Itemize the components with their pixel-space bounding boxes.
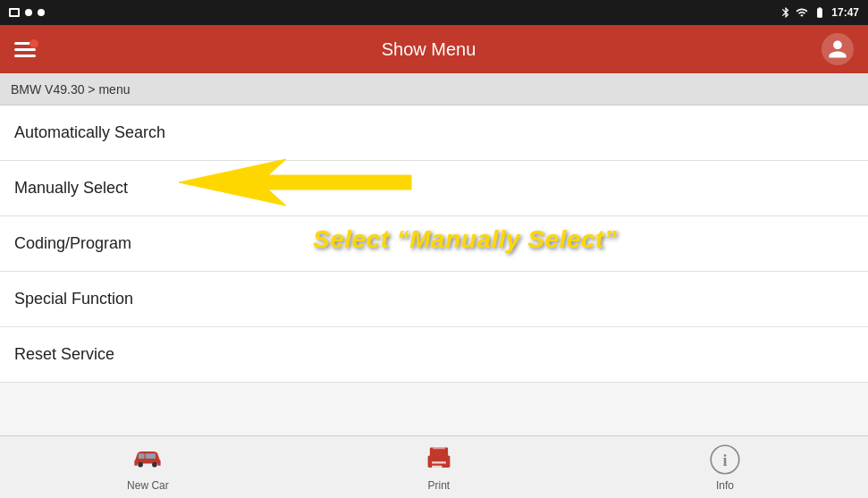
menu-dot xyxy=(29,39,38,48)
wifi-icon xyxy=(796,6,808,19)
bluetooth-icon xyxy=(780,6,792,19)
menu-item-label: Coding/Program xyxy=(14,234,131,253)
menu-list: Automatically Search Manually Select Cod… xyxy=(0,106,868,383)
info-icon: i xyxy=(709,443,741,476)
menu-button[interactable] xyxy=(14,42,36,57)
screen-icon xyxy=(9,8,20,17)
breadcrumb-text: BMW V49.30 > menu xyxy=(11,82,130,97)
info-label: Info xyxy=(716,479,734,492)
menu-line-3 xyxy=(14,55,36,57)
menu-item-special-function[interactable]: Special Function xyxy=(0,272,868,327)
print-label: Print xyxy=(427,479,450,492)
user-icon xyxy=(827,38,848,60)
menu-item-label: Special Function xyxy=(14,290,133,308)
signal-dot xyxy=(25,9,32,16)
menu-item-auto-search[interactable]: Automatically Search xyxy=(0,106,868,161)
svg-text:i: i xyxy=(722,451,727,468)
svg-rect-7 xyxy=(432,461,446,463)
svg-rect-9 xyxy=(433,447,445,449)
new-car-label: New Car xyxy=(127,479,169,492)
time-display: 17:47 xyxy=(831,6,859,19)
info-button[interactable]: i Info xyxy=(691,436,759,499)
header-title: Show Menu xyxy=(382,39,476,60)
svg-rect-8 xyxy=(432,465,442,467)
new-car-button[interactable]: New Car xyxy=(109,436,187,499)
menu-item-coding-program[interactable]: Coding/Program xyxy=(0,216,868,272)
print-button[interactable]: Print xyxy=(405,436,473,499)
status-bar-right: 17:47 xyxy=(780,6,859,19)
menu-item-reset-service[interactable]: Reset Service xyxy=(0,327,868,383)
menu-item-label: Automatically Search xyxy=(14,123,165,142)
signal-dot2 xyxy=(38,9,45,16)
user-icon-button[interactable] xyxy=(822,33,854,65)
menu-item-label: Manually Select xyxy=(14,179,128,198)
menu-item-label: Reset Service xyxy=(14,345,114,364)
print-icon xyxy=(423,443,455,476)
battery-icon xyxy=(812,6,828,19)
svg-rect-4 xyxy=(146,453,156,459)
header: Show Menu xyxy=(0,25,868,73)
breadcrumb: BMW V49.30 > menu xyxy=(0,73,868,106)
menu-line-2 xyxy=(14,48,36,51)
menu-item-manually-select[interactable]: Manually Select xyxy=(0,161,868,216)
svg-point-2 xyxy=(152,461,157,467)
svg-point-1 xyxy=(139,461,144,467)
car-icon xyxy=(131,443,164,476)
status-bar: 17:47 xyxy=(0,0,868,25)
svg-rect-3 xyxy=(139,453,145,459)
bottom-bar: New Car Print i Info xyxy=(0,435,868,498)
status-bar-left xyxy=(9,8,45,17)
